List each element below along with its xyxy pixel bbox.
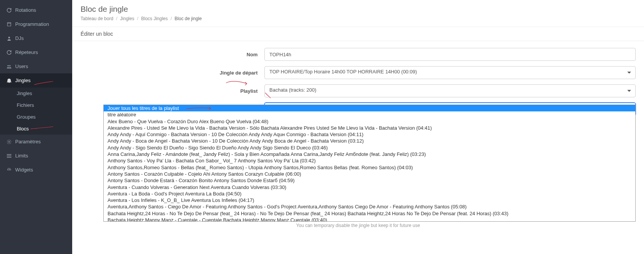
sub-item-jingles[interactable]: Jingles xyxy=(0,87,72,99)
main-content: Bloc de jingle Tableau de bord / Jingles… xyxy=(72,0,644,254)
breadcrumb: Tableau de bord / Jingles / Blocs Jingle… xyxy=(81,16,636,21)
users-icon xyxy=(7,64,11,69)
breadcrumb-item[interactable]: Blocs Jingles xyxy=(141,16,168,21)
svg-point-3 xyxy=(9,141,10,142)
dropdown-option[interactable]: Bachata Heightz,24 Horas - No Te Dejo De… xyxy=(104,210,635,217)
jingle-select[interactable]: TOP HORAIRE/Top Horaire 14h00 TOP HORRAI… xyxy=(264,66,636,79)
dropdown-option[interactable]: Alexandre Pires - Usted Se Me Llevo la V… xyxy=(104,125,635,131)
sidebar-item-parametres[interactable]: Paramètres xyxy=(0,135,72,149)
sidebar-item-widgets[interactable]: Widgets xyxy=(0,163,72,177)
dropdown-option[interactable]: Anthony Santos - Voy Pa' Lla - Bachata C… xyxy=(104,157,635,164)
panel-title: Éditer un bloc xyxy=(72,27,644,41)
svg-point-2 xyxy=(9,65,10,66)
sidebar-item-label: DJs xyxy=(15,35,24,41)
sidebar-sub-jingles: Jingles Fichiers Groupes Blocs xyxy=(0,87,72,135)
breadcrumb-sep: / xyxy=(137,16,138,21)
sidebar-item-label: Répeteurs xyxy=(15,49,38,55)
dropdown-option[interactable]: Antony Santos - Corazón Culpable - Cojel… xyxy=(104,171,635,177)
sidebar-item-label: Users xyxy=(15,64,28,69)
sidebar-item-users[interactable]: Users xyxy=(0,59,72,73)
sidebar-item-label: Widgets xyxy=(15,167,33,173)
playlist-label: Playlist xyxy=(81,88,264,94)
jingle-label: Jingle de départ xyxy=(81,70,264,76)
sidebar-item-programmation[interactable]: Programmation xyxy=(0,17,72,31)
page-header: Bloc de jingle Tableau de bord / Jingles… xyxy=(72,0,644,27)
svg-point-0 xyxy=(8,37,10,38)
help-text: You can temporary disable the jingle but… xyxy=(72,223,644,228)
dropdown-option[interactable]: Aventura - Los Infieles - K_O_B_ Live Av… xyxy=(104,197,635,203)
sidebar-item-label: Programmation xyxy=(15,21,49,27)
sidebar-item-rotations[interactable]: Rotations xyxy=(0,3,72,17)
dropdown-option[interactable]: Bachata Heightz,Manny Manz - Cuentale - … xyxy=(104,217,635,221)
dropdown-option[interactable]: Aventura,Anthony Santos - Ciego De Amor … xyxy=(104,203,635,210)
sub-item-groupes[interactable]: Groupes xyxy=(0,111,72,123)
dropdown-option[interactable]: Andy Andy - Sigo Siendo El Dueño - Sigo … xyxy=(104,144,635,151)
dropdown-scroll[interactable]: Jouer tous les titres de la playlisttitr… xyxy=(104,105,635,221)
calendar-icon xyxy=(7,22,11,27)
dropdown-option[interactable]: Anthony Santos,Romeo Santos - Bellas (fe… xyxy=(104,164,635,171)
dropdown-option[interactable]: Aventura - Cuando Volveras - Generation … xyxy=(104,184,635,190)
refresh-icon xyxy=(7,8,11,13)
playlist-select[interactable]: Bachata (tracks: 200) xyxy=(264,84,636,97)
dropdown-option[interactable]: Andy Andy - Aquí Conmigo - Bachata Versi… xyxy=(104,131,635,138)
breadcrumb-item[interactable]: Tableau de bord xyxy=(81,16,113,21)
dropdown-option[interactable]: Andy Andy - Boca de Angel - Bachata Vers… xyxy=(104,138,635,144)
page-title: Bloc de jingle xyxy=(81,5,636,14)
sidebar-item-djs[interactable]: DJs xyxy=(0,31,72,45)
user-icon xyxy=(7,36,11,41)
list-icon xyxy=(7,154,11,158)
musique-dropdown[interactable]: Jouer tous les titres de la playlisttitr… xyxy=(103,105,636,222)
sub-item-blocs[interactable]: Blocs xyxy=(0,123,72,135)
breadcrumb-sep: / xyxy=(171,16,172,21)
nom-label: Nom xyxy=(81,52,264,57)
sidebar-item-jingles[interactable]: Jingles xyxy=(0,73,72,87)
bell-icon xyxy=(7,78,11,83)
sidebar-item-label: Rotations xyxy=(15,7,36,13)
sidebar-item-label: Paramètres xyxy=(15,139,41,144)
sidebar-item-label: Jingles xyxy=(15,78,30,83)
breadcrumb-sep: / xyxy=(116,16,117,21)
dropdown-option[interactable]: Anna Carina,Jandy Feliz - Amándote (feat… xyxy=(104,151,635,157)
breadcrumb-item: Bloc de jingle xyxy=(175,16,202,21)
sub-item-fichiers[interactable]: Fichiers xyxy=(0,99,72,111)
dropdown-option[interactable]: Jouer tous les titres de la playlist xyxy=(104,105,635,111)
nom-input[interactable] xyxy=(264,48,636,61)
refresh-icon xyxy=(7,50,11,55)
sidebar: Rotations Programmation DJs Répeteurs Us… xyxy=(0,0,72,254)
cogs-icon xyxy=(7,140,11,144)
svg-point-1 xyxy=(8,65,9,66)
dropdown-option[interactable]: titre aléatoire xyxy=(104,111,635,118)
dashboard-icon xyxy=(7,168,11,172)
sidebar-item-repeteurs[interactable]: Répeteurs xyxy=(0,45,72,59)
breadcrumb-item[interactable]: Jingles xyxy=(120,16,134,21)
dropdown-option[interactable]: Alex Bueno - Que Vuelva - Corazón Duro A… xyxy=(104,118,635,125)
sidebar-item-label: Limits xyxy=(15,153,28,159)
sidebar-item-limits[interactable]: Limits xyxy=(0,149,72,163)
dropdown-option[interactable]: Antony Santos - Donde Estará - Corazón B… xyxy=(104,177,635,184)
dropdown-option[interactable]: Aventura - La Boda - God's Project Avent… xyxy=(104,190,635,197)
